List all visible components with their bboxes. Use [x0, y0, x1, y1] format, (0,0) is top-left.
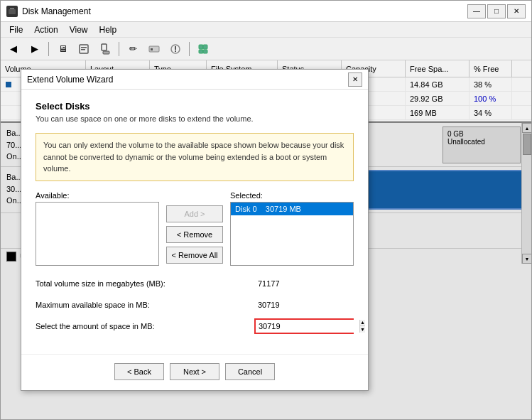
dialog-close-button[interactable]: ✕ — [348, 72, 362, 87]
extend-volume-dialog: Extend Volume Wizard ✕ Select Disks You … — [21, 69, 369, 391]
spinner-down[interactable]: ▼ — [360, 326, 365, 333]
selected-disk-item[interactable]: Disk 0 30719 MB — [231, 203, 353, 215]
svg-rect-1 — [10, 8, 14, 9]
form-row-total: Total volume size in megabytes (MB): 711… — [36, 276, 354, 291]
form-label-total: Total volume size in megabytes (MB): — [36, 279, 254, 288]
toolbar-btn5[interactable] — [144, 40, 164, 58]
main-window: Disk Management — □ ✕ File Action View H… — [0, 0, 532, 420]
toolbar-sep2 — [119, 42, 119, 56]
next-button[interactable]: Next > — [170, 363, 219, 380]
wizard-title: Select Disks — [36, 101, 354, 112]
title-bar: Disk Management — □ ✕ — [1, 1, 531, 22]
dialog-title-bar: Extend Volume Wizard ✕ — [21, 70, 368, 90]
svg-rect-15 — [203, 50, 207, 53]
disk-selection-area: Available: Add > < Remove < Remove All — [36, 191, 354, 266]
close-button[interactable]: ✕ — [507, 4, 526, 18]
selected-listbox[interactable]: Disk 0 30719 MB — [230, 202, 354, 266]
toolbar-btn3[interactable] — [95, 40, 115, 58]
dialog-footer: < Back Next > Cancel — [21, 354, 368, 390]
window-controls: — □ ✕ — [467, 4, 526, 18]
toolbar-btn6[interactable] — [165, 40, 185, 58]
dialog-title-text: Extend Volume Wizard — [27, 75, 348, 85]
menu-view[interactable]: View — [64, 23, 94, 36]
toolbar-sep1 — [48, 42, 49, 56]
toolbar-btn4[interactable]: ✏ — [123, 40, 143, 58]
remove-all-button[interactable]: < Remove All — [166, 247, 223, 264]
svg-rect-11 — [175, 50, 176, 52]
spinner-up[interactable]: ▲ — [360, 320, 365, 327]
wizard-subtitle: You can use space on one or more disks t… — [36, 114, 354, 123]
form-value-max: 30719 — [254, 297, 354, 313]
spinner-buttons: ▲ ▼ — [359, 320, 365, 333]
minimize-button[interactable]: — — [467, 4, 486, 18]
svg-rect-6 — [103, 51, 109, 54]
toolbar-btn1[interactable]: 🖥 — [53, 40, 72, 58]
selected-label: Selected: — [230, 191, 354, 200]
menu-bar: File Action View Help — [1, 22, 531, 38]
window-title: Disk Management — [22, 6, 467, 16]
info-text: You can only extend the volume to the av… — [43, 141, 344, 173]
menu-file[interactable]: File — [4, 23, 28, 36]
remove-button[interactable]: < Remove — [166, 226, 223, 243]
menu-help[interactable]: Help — [94, 23, 123, 36]
menu-action[interactable]: Action — [28, 23, 63, 36]
form-input-wrap-amount: ▲ ▼ — [254, 318, 354, 334]
form-label-amount: Select the amount of space in MB: — [36, 322, 254, 330]
app-icon — [6, 6, 18, 17]
main-area: Volume Layout Type File System Status Ca… — [1, 60, 531, 419]
back-button[interactable]: < Back — [114, 363, 164, 380]
available-panel: Available: — [36, 191, 159, 266]
available-label: Available: — [36, 191, 159, 200]
dialog-body: Select Disks You can use space on one or… — [21, 90, 368, 351]
svg-rect-4 — [81, 49, 85, 50]
svg-rect-14 — [199, 50, 203, 53]
disk-action-buttons: Add > < Remove < Remove All — [166, 191, 223, 266]
toolbar: ◀ ▶ 🖥 ✏ — [1, 38, 531, 60]
dialog-overlay: Extend Volume Wizard ✕ Select Disks You … — [1, 60, 531, 419]
form-value-total: 71177 — [254, 276, 354, 291]
form-row-max: Maximum available space in MB: 30719 — [36, 297, 354, 313]
svg-rect-10 — [175, 46, 176, 50]
selected-panel: Selected: Disk 0 30719 MB — [230, 191, 354, 266]
add-button[interactable]: Add > — [166, 205, 223, 222]
toolbar-back[interactable]: ◀ — [4, 40, 23, 58]
available-listbox[interactable] — [36, 202, 159, 266]
toolbar-forward[interactable]: ▶ — [25, 40, 45, 58]
svg-rect-13 — [203, 45, 207, 49]
svg-rect-12 — [199, 45, 203, 49]
svg-rect-8 — [151, 48, 153, 50]
toolbar-btn7[interactable] — [193, 40, 213, 58]
toolbar-btn2[interactable] — [74, 40, 94, 58]
amount-input[interactable] — [256, 320, 359, 333]
info-box: You can only extend the volume to the av… — [36, 133, 354, 181]
svg-rect-5 — [102, 44, 107, 50]
toolbar-sep3 — [189, 42, 190, 56]
form-label-max: Maximum available space in MB: — [36, 301, 254, 309]
svg-rect-0 — [9, 9, 16, 14]
cancel-button[interactable]: Cancel — [225, 363, 275, 380]
maximize-button[interactable]: □ — [487, 4, 506, 18]
svg-rect-3 — [81, 47, 87, 48]
form-row-amount: Select the amount of space in MB: ▲ ▼ — [36, 318, 354, 334]
